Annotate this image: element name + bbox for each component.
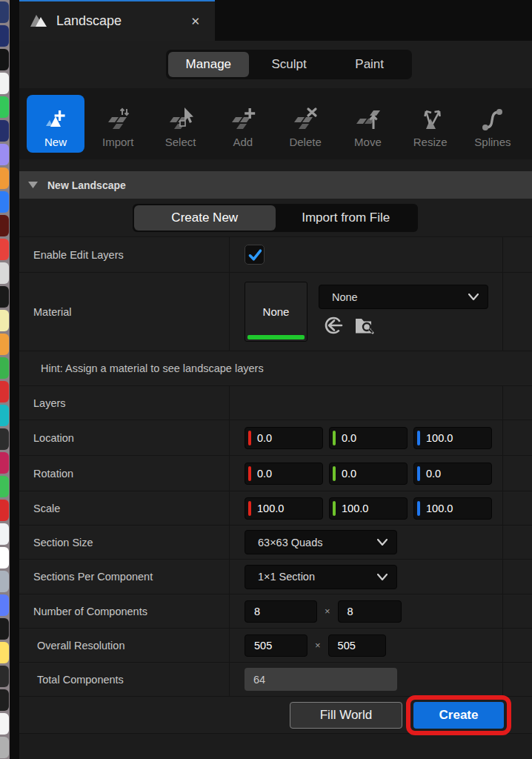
use-selected-asset-icon[interactable]	[323, 315, 344, 339]
rotation-y-input[interactable]: 0.0	[329, 463, 408, 485]
macos-dock-strip[interactable]	[0, 0, 10, 759]
dock-app-icon[interactable]	[0, 737, 9, 758]
sections-per-component-dropdown[interactable]: 1×1 Section	[245, 565, 397, 589]
dock-app-icon[interactable]	[0, 73, 9, 94]
dock-app-icon[interactable]	[0, 571, 9, 592]
tab-import-from-file[interactable]: Import from File	[276, 205, 417, 231]
enable-edit-layers-checkbox[interactable]	[245, 245, 265, 265]
location-y-input[interactable]: 0.0	[329, 427, 408, 449]
fill-world-button[interactable]: Fill World	[290, 702, 402, 729]
tab-landscape[interactable]: Landscape ✕	[19, 0, 215, 41]
rotation-z-input[interactable]: 0.0	[413, 463, 492, 485]
tab-title: Landscape	[56, 13, 177, 29]
dock-app-icon[interactable]	[0, 239, 9, 260]
rotation-x-input[interactable]: 0.0	[245, 463, 323, 485]
dock-app-icon[interactable]	[0, 191, 9, 213]
section-title: New Landscape	[47, 179, 126, 191]
section-header-new-landscape[interactable]: New Landscape	[19, 171, 532, 199]
axis-x-bar	[248, 466, 251, 481]
axis-z-bar	[417, 501, 420, 516]
section-size-dropdown[interactable]: 63×63 Quads	[245, 530, 397, 554]
tool-new-button[interactable]: New	[27, 95, 84, 153]
tool-splines-button[interactable]: Splines	[464, 95, 522, 153]
dock-app-icon[interactable]	[0, 523, 9, 545]
material-dropdown[interactable]: None	[319, 285, 488, 309]
row-overall-resolution: Overall Resolution 505 × 505	[19, 629, 532, 663]
dock-app-icon[interactable]	[0, 547, 9, 569]
row-material: Material None None	[19, 273, 532, 351]
location-x-input[interactable]: 0.0	[245, 427, 323, 449]
dock-app-icon[interactable]	[0, 262, 9, 284]
resolution-x-input[interactable]: 505	[245, 634, 307, 657]
tool-add-button[interactable]: Add	[214, 95, 272, 153]
dock-app-icon[interactable]	[0, 286, 9, 308]
dock-app-icon[interactable]	[0, 357, 9, 379]
dock-app-icon[interactable]	[0, 666, 9, 687]
location-label: Location	[19, 420, 230, 455]
mode-segmented-control: Manage Sculpt Paint	[166, 50, 412, 79]
dock-app-icon[interactable]	[0, 381, 9, 402]
new-landscape-icon	[41, 106, 70, 134]
dock-app-icon[interactable]	[0, 618, 9, 640]
dock-app-icon[interactable]	[0, 500, 9, 521]
components-y-input[interactable]: 8	[338, 600, 402, 623]
material-thumbnail-label: None	[263, 305, 290, 318]
dimension-separator: ×	[325, 606, 330, 617]
dock-app-icon[interactable]	[0, 452, 9, 474]
dock-app-icon[interactable]	[0, 642, 9, 663]
dock-app-icon[interactable]	[0, 310, 9, 331]
dock-app-icon[interactable]	[0, 594, 9, 616]
dock-app-icon[interactable]	[0, 405, 9, 426]
dock-app-icon[interactable]	[0, 689, 9, 711]
chevron-down-icon	[468, 294, 479, 300]
tab-paint[interactable]: Paint	[329, 52, 410, 77]
import-icon	[104, 106, 132, 134]
dock-app-icon[interactable]	[0, 215, 9, 236]
dock-app-icon[interactable]	[0, 713, 9, 735]
dock-app-icon[interactable]	[0, 25, 9, 47]
components-x-input[interactable]: 8	[245, 600, 317, 623]
row-sections-per-component: Sections Per Component 1×1 Section	[19, 560, 532, 594]
row-number-of-components: Number of Components 8 × 8	[19, 594, 532, 629]
dock-app-icon[interactable]	[0, 49, 9, 70]
material-thumbnail[interactable]: None	[245, 282, 307, 342]
browse-to-asset-icon[interactable]	[353, 315, 376, 339]
overall-resolution-label: Overall Resolution	[19, 629, 230, 662]
dock-app-icon[interactable]	[0, 476, 9, 497]
dock-app-icon[interactable]	[0, 168, 9, 189]
scale-z-input[interactable]: 100.0	[413, 497, 492, 520]
location-z-input[interactable]: 100.0	[413, 427, 492, 449]
dock-app-icon[interactable]	[0, 96, 9, 118]
tool-move-button[interactable]: Move	[339, 95, 396, 153]
scale-x-input[interactable]: 100.0	[245, 497, 323, 520]
dock-app-icon[interactable]	[0, 120, 9, 142]
total-components-label: Total Components	[19, 663, 230, 696]
select-icon	[167, 106, 195, 134]
axis-y-bar	[333, 501, 336, 516]
dimension-separator: ×	[315, 640, 321, 651]
row-section-size: Section Size 63×63 Quads	[19, 526, 532, 560]
tool-delete-button[interactable]: Delete	[276, 95, 334, 153]
dock-app-icon[interactable]	[0, 144, 9, 165]
screen: Landscape ✕ Manage Sculpt Paint New	[0, 0, 532, 759]
create-mode-row: Create New Import from File	[19, 199, 532, 237]
row-rotation: Rotation 0.0 0.0 0.0	[19, 456, 532, 491]
dock-app-icon[interactable]	[0, 428, 9, 450]
create-button[interactable]: Create	[413, 702, 504, 729]
tab-create-new[interactable]: Create New	[134, 205, 276, 231]
axis-y-bar	[333, 431, 336, 445]
actions-row: Fill World Create	[19, 697, 532, 734]
tool-select-button[interactable]: Select	[152, 95, 210, 153]
material-hint-row: Hint: Assign a material to see landscape…	[19, 351, 532, 386]
axis-y-bar	[333, 466, 336, 481]
tool-import-button[interactable]: Import	[89, 95, 147, 153]
scale-y-input[interactable]: 100.0	[329, 497, 408, 520]
dock-app-icon[interactable]	[0, 334, 9, 355]
resolution-y-input[interactable]: 505	[328, 634, 386, 657]
tab-manage[interactable]: Manage	[168, 52, 249, 77]
tool-resize-button[interactable]: Resize	[402, 95, 459, 153]
dock-app-icon[interactable]	[0, 1, 9, 23]
move-icon	[353, 106, 382, 134]
tab-sculpt[interactable]: Sculpt	[249, 52, 330, 77]
tab-close-icon[interactable]: ✕	[186, 15, 205, 28]
